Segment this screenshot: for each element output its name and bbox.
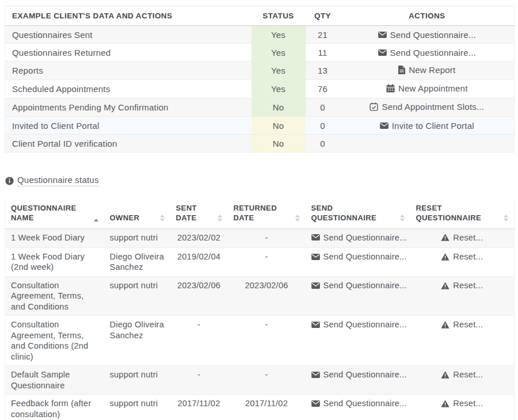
column-header-reset-questionnaire[interactable]: RESET QUESTIONNAIRE bbox=[410, 200, 515, 229]
status-badge: No bbox=[252, 98, 306, 117]
reset-label: Reset... bbox=[453, 232, 483, 243]
qty-value: 76 bbox=[306, 80, 340, 98]
reset-questionnaire-button[interactable]: Reset... bbox=[441, 369, 483, 380]
row-name: Reports bbox=[5, 62, 252, 80]
section-title: Questionnaire status bbox=[17, 175, 99, 186]
returned-date: - bbox=[228, 228, 306, 247]
envelope-icon bbox=[378, 49, 387, 56]
calendar-check-icon bbox=[370, 102, 378, 111]
row-name: Invited to Client Portal bbox=[5, 117, 252, 135]
questionnaire-status-table: QUESTIONNAIRE NAME OWNER SENT DATE RETUR… bbox=[5, 200, 515, 420]
reset-questionnaire-button[interactable]: Reset... bbox=[441, 232, 483, 243]
send-questionnaire-button[interactable]: Send Questionnaire... bbox=[311, 398, 407, 409]
send-questionnaire-button[interactable]: Send Questionnaire... bbox=[311, 251, 407, 262]
questionnaire-owner: support nutri bbox=[104, 276, 170, 316]
send-questionnaire-button[interactable]: Send Questionnaire... bbox=[378, 48, 476, 58]
invite-to-client-portal-button[interactable]: Invite to Client Portal bbox=[380, 121, 474, 131]
qty-value: 0 bbox=[306, 98, 340, 117]
reset-label: Reset... bbox=[453, 280, 483, 291]
reset-questionnaire-button[interactable]: Reset... bbox=[441, 319, 483, 330]
column-header-sent-date[interactable]: SENT DATE bbox=[170, 200, 228, 229]
calendar-icon bbox=[386, 84, 395, 93]
reset-label: Reset... bbox=[453, 398, 483, 409]
sort-icon bbox=[504, 215, 508, 223]
warning-icon bbox=[441, 282, 450, 289]
action-label: Send Appointment Slots... bbox=[382, 102, 484, 112]
envelope-icon bbox=[311, 282, 320, 289]
sort-icon bbox=[400, 215, 405, 223]
column-header-status: STATUS bbox=[252, 6, 306, 26]
column-header-returned-date[interactable]: RETURNED DATE bbox=[228, 200, 306, 229]
row-name: Questionnaires Sent bbox=[5, 26, 252, 44]
status-badge: Yes bbox=[252, 80, 306, 98]
table-row: Client Portal ID verification No 0 bbox=[5, 135, 515, 152]
action-label: Send Questionnaire... bbox=[390, 48, 476, 58]
client-table-header-row: EXAMPLE CLIENT'S DATA AND ACTIONS STATUS… bbox=[5, 6, 515, 26]
row-name: Questionnaires Returned bbox=[5, 44, 252, 62]
column-header-actions: ACTIONS bbox=[340, 6, 515, 26]
action-label: Invite to Client Portal bbox=[392, 121, 474, 131]
page: EXAMPLE CLIENT'S DATA AND ACTIONS STATUS… bbox=[0, 0, 518, 420]
sort-icon bbox=[295, 215, 300, 223]
reset-questionnaire-button[interactable]: Reset... bbox=[441, 280, 483, 291]
returned-date: - bbox=[228, 247, 306, 276]
column-header-questionnaire-name[interactable]: QUESTIONNAIRE NAME bbox=[5, 200, 104, 229]
questionnaire-status-link[interactable]: Questionnaire status bbox=[5, 175, 99, 186]
sort-icon bbox=[160, 215, 165, 223]
questionnaire-row: 1 Week Food Diary support nutri 2023/02/… bbox=[5, 228, 515, 247]
questionnaire-name: 1 Week Food Diary bbox=[5, 228, 104, 247]
warning-icon bbox=[441, 400, 450, 407]
status-badge: No bbox=[252, 117, 306, 135]
warning-icon bbox=[441, 321, 450, 329]
row-name: Scheduled Appointments bbox=[5, 80, 252, 98]
send-label: Send Questionnaire... bbox=[323, 319, 407, 330]
new-appointment-button[interactable]: New Appointment bbox=[386, 83, 468, 93]
returned-date: 2023/02/06 bbox=[228, 276, 306, 316]
envelope-icon bbox=[311, 372, 320, 378]
column-header-send-questionnaire[interactable]: SEND QUESTIONNAIRE bbox=[306, 200, 410, 229]
envelope-icon bbox=[311, 234, 320, 240]
row-name: Appointments Pending My Confirmation bbox=[5, 98, 252, 117]
table-row: Appointments Pending My Confirmation No … bbox=[5, 98, 515, 117]
status-badge: No bbox=[252, 135, 306, 152]
table-row: Questionnaires Sent Yes 21 Send Question… bbox=[5, 26, 515, 44]
send-questionnaire-button[interactable]: Send Questionnaire... bbox=[311, 319, 407, 330]
action-label: New Appointment bbox=[398, 83, 468, 93]
column-header-owner[interactable]: OWNER bbox=[104, 200, 170, 229]
questionnaire-owner: support nutri bbox=[104, 366, 170, 395]
qty-value: 21 bbox=[306, 26, 340, 44]
send-questionnaire-button[interactable]: Send Questionnaire... bbox=[378, 30, 476, 40]
new-report-button[interactable]: New Report bbox=[398, 65, 455, 75]
questionnaire-name: Consultation Agreement, Terms, and Condi… bbox=[5, 276, 104, 316]
qty-value: 13 bbox=[306, 62, 340, 80]
reset-questionnaire-button[interactable]: Reset... bbox=[441, 398, 483, 409]
info-icon bbox=[5, 177, 14, 185]
questionnaire-row: Consultation Agreement, Terms, and Condi… bbox=[5, 276, 515, 316]
questionnaire-table-header-row: QUESTIONNAIRE NAME OWNER SENT DATE RETUR… bbox=[5, 200, 515, 229]
questionnaire-owner: Diego Oliveira Sanchez bbox=[104, 316, 170, 366]
questionnaire-owner: Diego Oliveira Sanchez bbox=[104, 247, 170, 276]
warning-icon bbox=[441, 253, 450, 261]
sort-icon bbox=[218, 215, 222, 223]
questionnaire-row: Consultation Agreement, Terms, and Condi… bbox=[5, 316, 515, 366]
qty-value: 0 bbox=[306, 135, 340, 152]
reset-label: Reset... bbox=[453, 319, 483, 330]
envelope-icon bbox=[311, 400, 320, 407]
sent-date: - bbox=[170, 316, 228, 366]
status-badge: Yes bbox=[252, 26, 306, 44]
reset-label: Reset... bbox=[453, 369, 483, 380]
questionnaire-name: 1 Week Food Diary (2nd week) bbox=[5, 247, 104, 276]
send-appointment-slots-button[interactable]: Send Appointment Slots... bbox=[370, 102, 484, 112]
sent-date: 2017/11/02 bbox=[170, 395, 228, 420]
questionnaire-row: Feedback form (after consultation) suppo… bbox=[5, 395, 515, 420]
reset-questionnaire-button[interactable]: Reset... bbox=[441, 251, 483, 262]
reset-label: Reset... bbox=[453, 251, 483, 262]
questionnaire-owner: support nutri bbox=[104, 395, 170, 420]
send-questionnaire-button[interactable]: Send Questionnaire... bbox=[311, 280, 407, 291]
client-data-table: EXAMPLE CLIENT'S DATA AND ACTIONS STATUS… bbox=[5, 6, 515, 152]
action-label: Send Questionnaire... bbox=[390, 30, 476, 40]
returned-date: - bbox=[228, 316, 306, 366]
envelope-icon bbox=[311, 322, 320, 328]
send-questionnaire-button[interactable]: Send Questionnaire... bbox=[311, 369, 407, 380]
send-questionnaire-button[interactable]: Send Questionnaire... bbox=[311, 232, 407, 243]
